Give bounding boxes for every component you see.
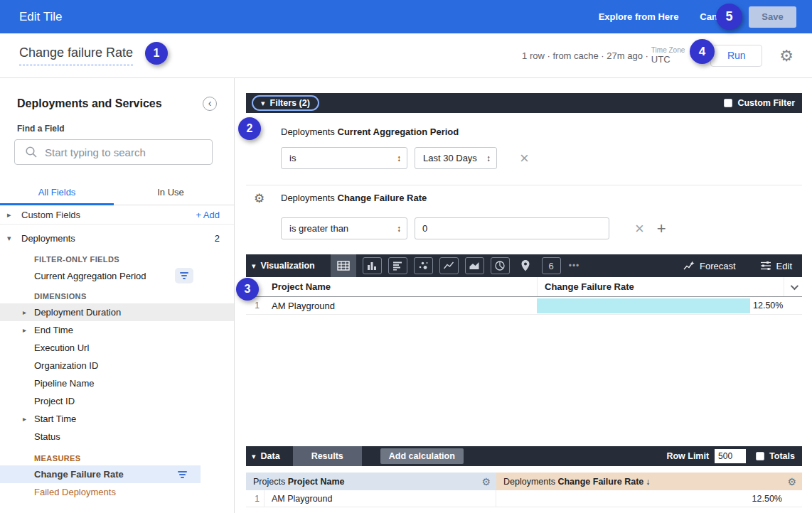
sidebar-tabs: All Fields In Use	[0, 180, 234, 205]
chevron-down-icon[interactable]: ▾	[7, 234, 21, 243]
field-current-aggregation-period[interactable]: Current Aggregation Period	[0, 266, 234, 285]
field-status[interactable]: Status	[0, 428, 234, 446]
chevron-right-icon[interactable]: ▸	[23, 308, 26, 316]
filter-1-field-label: Deployments Current Aggregation Period	[281, 126, 459, 137]
line-chart-icon[interactable]	[439, 257, 459, 274]
add-custom-field-button[interactable]: + Add	[196, 210, 220, 220]
filters-expander[interactable]: ▾ Filters (2)	[252, 95, 319, 111]
filter-gear-icon[interactable]: ⚙	[254, 191, 265, 206]
remove-filter-icon[interactable]: ×	[635, 221, 644, 237]
totals-label: Totals	[769, 451, 795, 461]
explore-main-panel: ▾ Filters (2) Custom Filter Deployments …	[235, 78, 812, 513]
filter-1-operator-select[interactable]: is ↕	[281, 147, 407, 169]
map-pin-icon[interactable]	[516, 257, 535, 274]
column-header-change-failure-rate[interactable]: Change Failure Rate	[537, 277, 784, 296]
table-row[interactable]: 1 AM Playground 12.50%	[246, 297, 802, 315]
custom-filter-checkbox[interactable]	[724, 99, 732, 107]
field-project-id[interactable]: Project ID	[0, 392, 234, 410]
field-change-failure-rate[interactable]: Change Failure Rate	[0, 465, 201, 483]
query-status: 1 row · from cache · 27m ago ·	[522, 50, 648, 61]
row-limit-input[interactable]	[715, 449, 746, 463]
annotation-badge-3: 3	[236, 278, 259, 301]
value-bar-cell: 12.50%	[537, 297, 784, 314]
single-value-icon[interactable]: 6	[542, 257, 561, 274]
results-column-change-failure-rate[interactable]: Deployments Change Failure Rate ↓ ⚙	[496, 472, 802, 490]
project-name-cell: AM Playground	[265, 490, 496, 507]
remove-filter-icon[interactable]: ×	[520, 151, 529, 166]
deployments-group-row[interactable]: ▾ Deployments 2	[0, 229, 234, 248]
annotation-badge-5: 5	[716, 4, 742, 30]
app-bar: Edit Tile Explore from Here Cancel Save	[0, 0, 812, 33]
bar-chart-icon[interactable]	[363, 257, 382, 274]
run-button[interactable]: Run	[710, 45, 762, 67]
table-row[interactable]: 1 AM Playground 12.50%	[246, 490, 802, 507]
annotation-badge-1: 1	[145, 42, 168, 65]
settings-gear-icon[interactable]: ⚙	[779, 49, 794, 63]
table-chart-icon[interactable]	[331, 254, 356, 277]
dimensions-header: DIMENSIONS	[0, 285, 234, 303]
row-chart-icon[interactable]	[388, 257, 407, 274]
value-label: 12.50%	[753, 301, 783, 310]
filter-2-value-input[interactable]	[415, 217, 609, 239]
filter-2-field-label: Deployments Change Failure Rate	[281, 193, 427, 203]
filter-2-operator-select[interactable]: is greater than ↕	[281, 217, 407, 239]
sliders-icon	[760, 260, 771, 271]
add-filter-icon[interactable]: +	[657, 221, 666, 237]
chevron-right-icon[interactable]: ▸	[7, 210, 21, 220]
scatter-chart-icon[interactable]	[414, 257, 433, 274]
field-search-box[interactable]	[14, 139, 213, 165]
field-pipeline-name[interactable]: Pipeline Name	[0, 374, 234, 392]
explore-view-title: Deployments and Services	[17, 97, 203, 110]
chevron-right-icon[interactable]: ▸	[23, 326, 26, 334]
forecast-button[interactable]: Forecast	[683, 260, 736, 271]
select-arrows-icon: ↕	[397, 153, 401, 163]
chevron-down-icon[interactable]: ▾	[252, 261, 256, 271]
field-picker-sidebar: Deployments and Services ‹ Find a Field …	[0, 78, 235, 513]
field-execution-url[interactable]: Execution Url	[0, 339, 234, 357]
timezone-value: UTC	[651, 54, 671, 65]
tab-all-fields[interactable]: All Fields	[0, 180, 114, 205]
column-gear-icon[interactable]: ⚙	[787, 476, 796, 487]
chevron-right-icon[interactable]: ▸	[23, 415, 26, 423]
area-chart-icon[interactable]	[465, 257, 484, 274]
field-organization-id[interactable]: Organization ID	[0, 357, 234, 374]
measures-header: MEASURES	[0, 446, 234, 465]
field-failed-deployments[interactable]: Failed Deployments	[0, 483, 234, 501]
save-button[interactable]: Save	[749, 6, 796, 28]
value-cell: 12.50%	[496, 494, 802, 504]
chevron-down-icon[interactable]: ▾	[252, 452, 256, 461]
tab-in-use[interactable]: In Use	[114, 180, 228, 205]
timezone-block: Time Zone UTC	[651, 47, 685, 65]
tile-title[interactable]: Change failure Rate	[19, 45, 133, 65]
filter-1-value-select[interactable]: Last 30 Days ↕	[415, 147, 497, 169]
data-section-bar: ▾ Data Results Add calculation Row Limit…	[246, 446, 802, 466]
totals-checkbox[interactable]	[756, 452, 764, 460]
visualization-type-picker: 6 •••	[331, 254, 580, 277]
field-start-time[interactable]: ▸ Start Time	[0, 410, 234, 428]
filter-active-icon[interactable]	[178, 471, 187, 478]
project-name-cell: AM Playground	[265, 301, 537, 311]
pie-chart-icon[interactable]	[491, 257, 510, 274]
collapse-sidebar-icon[interactable]: ‹	[203, 97, 217, 111]
row-index: 1	[246, 301, 265, 310]
value-bar	[537, 298, 750, 313]
field-deployment-duration[interactable]: ▸ Deployment Duration	[0, 303, 234, 321]
column-gear-icon[interactable]: ⚙	[481, 476, 491, 487]
search-input[interactable]	[45, 146, 205, 158]
column-menu-chevron-icon[interactable]	[790, 281, 798, 289]
explore-from-here-link[interactable]: Explore from Here	[599, 11, 679, 22]
filter-1-controls: is ↕ Last 30 Days ↕ ×	[281, 147, 529, 169]
select-arrows-icon: ↕	[397, 224, 401, 234]
field-end-time[interactable]: ▸ End Time	[0, 321, 234, 339]
filters-section-bar: ▾ Filters (2) Custom Filter	[246, 93, 802, 113]
custom-fields-row[interactable]: ▸ Custom Fields + Add	[0, 205, 234, 225]
results-column-project-name[interactable]: Projects Project Name ⚙	[246, 472, 496, 490]
more-visualizations-icon[interactable]: •••	[569, 261, 580, 271]
filter-active-icon[interactable]	[175, 268, 193, 284]
edit-visualization-button[interactable]: Edit	[760, 260, 792, 271]
add-calculation-button[interactable]: Add calculation	[380, 448, 464, 464]
results-header: Projects Project Name ⚙ Deployments Chan…	[246, 472, 802, 490]
tab-results[interactable]: Results	[293, 446, 362, 466]
column-header-project-name[interactable]: Project Name	[265, 281, 537, 292]
sort-descending-icon: ↓	[646, 477, 650, 487]
